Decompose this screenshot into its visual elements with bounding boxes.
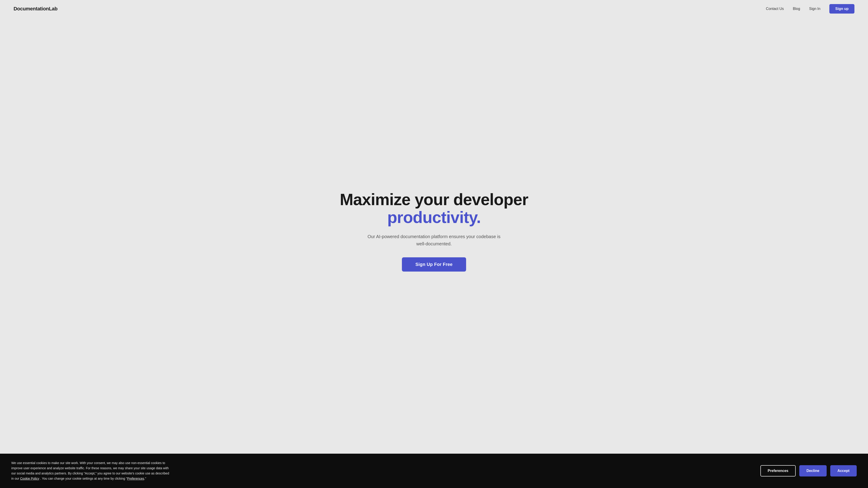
brand-name: DocumentationLab [13,6,57,12]
cookie-text: We use essential cookies to make our sit… [11,460,169,481]
hero-signup-button[interactable]: Sign Up For Free [402,257,466,271]
cookie-buttons: Preferences Decline Accept [761,465,857,477]
cookie-policy-link[interactable]: Cookie Policy [20,477,39,480]
nav-blog[interactable]: Blog [793,7,800,11]
hero-title-line2: productivity. [340,208,528,226]
cookie-preferences-link[interactable]: Preferences [127,477,144,480]
nav-links: Contact Us Blog Sign In Sign up [766,4,855,13]
hero-title: Maximize your developer productivity. [340,191,528,226]
nav-signin[interactable]: Sign In [809,7,820,11]
nav-signup-button[interactable]: Sign up [829,4,855,13]
cookie-message-after-link: . You can change your cookie settings at… [40,477,127,480]
hero-section: Maximize your developer productivity. Ou… [0,18,868,454]
navbar: DocumentationLab Contact Us Blog Sign In… [0,0,868,18]
cookie-preferences-button[interactable]: Preferences [761,465,796,477]
nav-contact[interactable]: Contact Us [766,7,784,11]
hero-subtitle: Our AI-powered documentation platform en… [366,233,502,248]
hero-title-line1: Maximize your developer [340,191,528,208]
cookie-decline-button[interactable]: Decline [799,465,827,477]
cookie-banner: We use essential cookies to make our sit… [0,454,868,488]
cookie-message-end: ." [144,477,146,480]
cookie-accept-button[interactable]: Accept [830,465,857,477]
